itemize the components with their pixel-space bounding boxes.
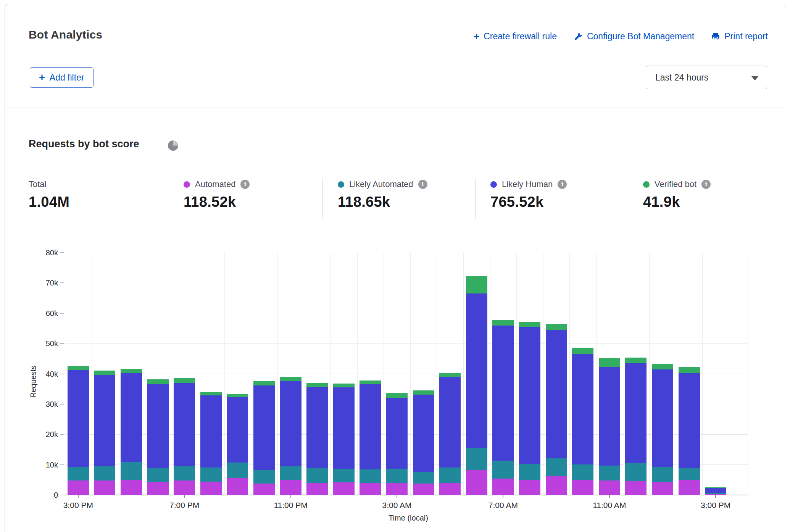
bar[interactable] [94, 371, 115, 495]
bar[interactable] [386, 393, 408, 495]
stat-value: 41.9k [643, 194, 711, 210]
x-tick-label: 3:00 PM [685, 501, 746, 510]
bar-segment-likely-automated [413, 472, 434, 484]
bar-segment-likely-human [625, 363, 647, 463]
bar[interactable] [546, 324, 567, 495]
bar-segment-automated [386, 483, 408, 495]
v-gridline [596, 253, 597, 495]
bar[interactable] [147, 379, 169, 495]
bar[interactable] [280, 377, 301, 495]
bar-segment-verified-bot [253, 381, 275, 385]
bar-segment-likely-human [439, 377, 461, 467]
bar-segment-likely-human [652, 369, 673, 467]
bar-segment-automated [147, 482, 169, 495]
v-gridline [65, 253, 65, 495]
bar[interactable] [599, 358, 620, 495]
v-gridline [410, 253, 411, 495]
bar-segment-likely-automated [572, 464, 593, 480]
bar-segment-likely-human [121, 373, 142, 462]
x-tick [609, 495, 610, 498]
bar-segment-verified-bot [68, 366, 89, 370]
bar[interactable] [466, 276, 487, 495]
stat-label: Automated [195, 179, 235, 189]
bar-segment-likely-automated [466, 448, 487, 470]
bar[interactable] [519, 322, 540, 495]
bar-segment-automated [68, 480, 89, 495]
bar-segment-likely-human [174, 383, 195, 466]
bar-segment-likely-human [200, 395, 222, 468]
create-firewall-rule-label: Create firewall rule [484, 31, 557, 42]
bar-segment-automated [121, 480, 142, 495]
y-tick-label: 10k [24, 460, 58, 469]
add-filter-button[interactable]: + Add filter [30, 67, 94, 88]
v-gridline [384, 253, 384, 495]
bar[interactable] [174, 378, 195, 495]
y-tick-label: 20k [24, 430, 58, 439]
bar[interactable] [625, 358, 647, 495]
bar[interactable] [333, 384, 355, 495]
bar-segment-likely-human [306, 387, 328, 468]
bar-segment-likely-automated [280, 466, 301, 480]
bar-segment-verified-bot [679, 367, 700, 373]
v-gridline [277, 253, 278, 495]
bar[interactable] [652, 364, 673, 495]
y-tick [60, 374, 64, 374]
bar[interactable] [679, 367, 700, 495]
bar-segment-automated [546, 476, 567, 495]
bar-segment-likely-automated [147, 468, 169, 482]
x-tick [715, 495, 716, 498]
wrench-icon [574, 32, 583, 41]
stat-label-row: Verified boti [643, 179, 711, 189]
bar[interactable] [68, 366, 89, 495]
v-gridline [676, 253, 676, 495]
bar-segment-likely-human [679, 373, 700, 468]
configure-bot-management-link[interactable]: Configure Bot Management [574, 31, 694, 42]
bar[interactable] [413, 390, 434, 495]
y-tick [60, 404, 64, 405]
bar-segment-likely-automated [68, 467, 89, 480]
stat-label: Verified bot [655, 179, 696, 189]
bar-segment-automated [652, 482, 673, 495]
y-tick [60, 343, 64, 344]
configure-bot-management-label: Configure Bot Management [587, 31, 694, 42]
info-icon[interactable]: i [701, 180, 711, 189]
bar-segment-likely-automated [253, 470, 275, 484]
bar-segment-automated [280, 480, 301, 495]
header-actions: + Create firewall rule Configure Bot Man… [473, 31, 768, 42]
bar[interactable] [200, 392, 222, 495]
v-gridline [251, 253, 251, 495]
printer-icon [711, 32, 720, 41]
bar-segment-likely-automated [492, 461, 514, 479]
v-gridline [145, 253, 145, 495]
v-gridline [623, 253, 623, 495]
bar-segment-likely-human [413, 395, 434, 472]
bar-segment-verified-bot [625, 358, 647, 363]
bar[interactable] [439, 373, 461, 495]
info-icon[interactable]: i [418, 180, 427, 189]
create-firewall-rule-link[interactable]: + Create firewall rule [473, 31, 557, 42]
bar[interactable] [360, 380, 381, 495]
info-icon[interactable]: i [558, 180, 567, 189]
time-range-value: Last 24 hours [655, 73, 708, 83]
bar[interactable] [227, 394, 248, 495]
bar[interactable] [121, 369, 142, 495]
stat-label-row: Automatedi [184, 179, 250, 189]
v-gridline [224, 253, 225, 495]
print-report-link[interactable]: Print report [711, 31, 768, 42]
bar[interactable] [705, 487, 726, 495]
x-tick [78, 495, 79, 498]
bar-segment-verified-bot [306, 383, 328, 387]
bar[interactable] [253, 381, 275, 495]
info-icon[interactable]: i [240, 180, 250, 189]
bar-segment-likely-human [253, 385, 275, 470]
bar[interactable] [306, 383, 328, 495]
x-tick-label: 11:00 AM [579, 501, 640, 510]
bar-segment-likely-automated [174, 466, 195, 480]
time-range-select[interactable]: Last 24 hours [646, 66, 767, 89]
bar[interactable] [492, 320, 514, 495]
bar-segment-likely-human [360, 384, 381, 470]
bar[interactable] [572, 348, 593, 495]
h-gridline [65, 253, 748, 253]
y-tick-label: 80k [24, 248, 58, 257]
v-gridline [171, 253, 171, 495]
